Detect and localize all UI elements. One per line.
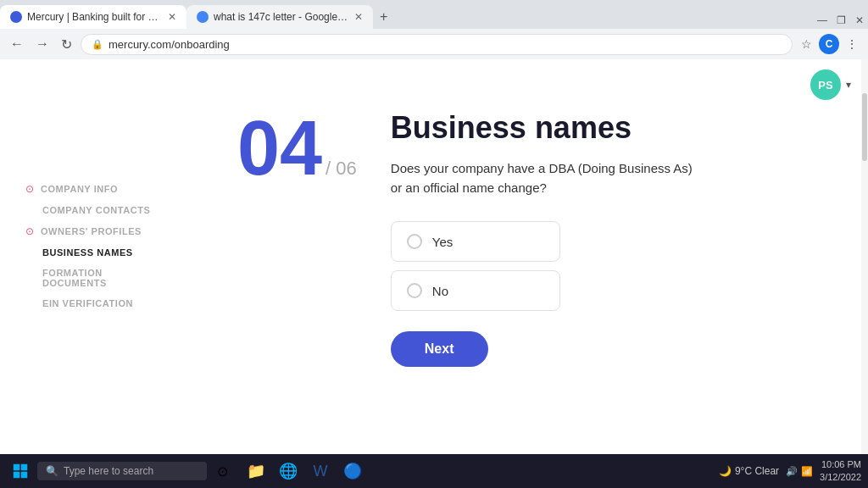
svg-rect-3 xyxy=(21,472,28,479)
address-bar[interactable]: 🔒 mercury.com/onboarding xyxy=(81,34,793,55)
warning-icon-owners: ⊙ xyxy=(25,225,34,237)
option-no[interactable]: No xyxy=(391,270,560,311)
step-section: 04 / 06 xyxy=(186,59,391,454)
sidebar-item-owners-profiles[interactable]: ⊙ OWNERS' PROFILES xyxy=(25,220,161,242)
sidebar-label-ein-verification: EIN VERIFICATION xyxy=(42,298,133,308)
google-tab-title: what is 147c letter - Google Sea... xyxy=(214,11,349,23)
mercury-tab-close[interactable]: ✕ xyxy=(168,11,176,23)
radio-circle-yes xyxy=(407,234,422,249)
sidebar-item-formation-documents[interactable]: FORMATION DOCUMENTS xyxy=(25,263,161,293)
step-number: 04 xyxy=(237,110,322,186)
sidebar-item-company-contacts[interactable]: COMPANY CONTACTS xyxy=(25,200,161,220)
bookmark-button[interactable]: ☆ xyxy=(798,36,815,53)
date-display: 3/12/2022 xyxy=(820,471,861,484)
svg-rect-1 xyxy=(21,464,28,471)
browser-chrome: Mercury | Banking built for start... ✕ w… xyxy=(0,0,868,59)
volume-icon[interactable]: 🔊 xyxy=(786,466,798,477)
sidebar-label-owners-profiles: OWNERS' PROFILES xyxy=(41,226,142,236)
taskbar: 🔍 Type here to search ⊙ 📁 🌐 W 🔵 🌙 9°C Cl… xyxy=(0,454,868,488)
option-yes[interactable]: Yes xyxy=(391,221,560,262)
form-description: Does your company have a DBA (Doing Busi… xyxy=(391,159,696,197)
tab-google[interactable]: what is 147c letter - Google Sea... ✕ xyxy=(186,5,373,29)
taskbar-apps: 📁 🌐 W 🔵 xyxy=(241,456,368,486)
new-tab-button[interactable]: + xyxy=(373,5,394,29)
sidebar: ⊙ COMPANY INFO COMPANY CONTACTS ⊙ OWNERS… xyxy=(0,59,186,454)
scrollbar-thumb xyxy=(862,93,867,161)
time-display: 10:06 PM xyxy=(820,458,861,471)
radio-label-no: No xyxy=(432,284,448,298)
close-button[interactable]: ✕ xyxy=(851,12,868,29)
search-text: Type here to search xyxy=(64,465,153,477)
next-button[interactable]: Next xyxy=(391,331,488,367)
warning-icon-company: ⊙ xyxy=(25,183,34,195)
sidebar-label-business-names: BUSINESS NAMES xyxy=(42,247,133,258)
step-number-container: 04 / 06 xyxy=(237,110,357,186)
sidebar-label-company-info: COMPANY INFO xyxy=(41,184,118,194)
mercury-favicon xyxy=(10,11,22,23)
svg-rect-0 xyxy=(14,464,20,471)
taskbar-app-chrome[interactable]: 🔵 xyxy=(337,456,368,486)
windows-icon xyxy=(13,463,28,479)
sidebar-item-ein-verification[interactable]: EIN VERIFICATION xyxy=(25,293,161,313)
tab-mercury[interactable]: Mercury | Banking built for start... ✕ xyxy=(0,5,186,29)
browser-actions: ☆ C ⋮ xyxy=(798,34,861,54)
svg-rect-2 xyxy=(14,472,20,479)
search-icon: 🔍 xyxy=(46,465,58,477)
lock-icon: 🔒 xyxy=(92,39,103,50)
address-bar-row: ← → ↻ 🔒 mercury.com/onboarding ☆ C ⋮ xyxy=(0,29,868,59)
sidebar-label-formation-documents: FORMATION DOCUMENTS xyxy=(42,268,161,288)
weather-icon: 🌙 xyxy=(719,465,732,477)
browser-user-avatar[interactable]: C xyxy=(819,34,839,54)
taskbar-right: 🌙 9°C Clear 🔊 📶 10:06 PM 3/12/2022 xyxy=(719,458,861,485)
taskbar-app-word[interactable]: W xyxy=(305,456,336,486)
menu-button[interactable]: ⋮ xyxy=(843,36,861,53)
reload-button[interactable]: ↻ xyxy=(58,35,75,54)
taskbar-app-edge[interactable]: 🌐 xyxy=(273,456,303,486)
tab-bar: Mercury | Banking built for start... ✕ w… xyxy=(0,0,868,29)
system-tray-icons: 🔊 📶 xyxy=(786,466,813,477)
sidebar-item-business-names[interactable]: BUSINESS NAMES xyxy=(25,242,161,263)
page-content: PS ▾ ⊙ COMPANY INFO COMPANY CONTACTS ⊙ O… xyxy=(0,59,868,454)
network-icon[interactable]: 📶 xyxy=(801,466,813,477)
taskbar-app-explorer[interactable]: 📁 xyxy=(241,456,271,486)
weather-text: 9°C Clear xyxy=(735,465,779,477)
forward-button[interactable]: → xyxy=(32,35,53,53)
radio-label-yes: Yes xyxy=(432,235,453,249)
minimize-button[interactable]: — xyxy=(814,12,831,29)
restore-button[interactable]: ❐ xyxy=(832,12,849,29)
sidebar-item-company-info[interactable]: ⊙ COMPANY INFO xyxy=(25,178,161,200)
window-controls: — ❐ ✕ xyxy=(814,12,868,29)
address-text: mercury.com/onboarding xyxy=(108,38,230,51)
form-section: Business names Does your company have a … xyxy=(391,59,868,454)
cortana-button[interactable]: ⊙ xyxy=(210,459,234,483)
weather-widget: 🌙 9°C Clear xyxy=(719,465,779,477)
form-title: Business names xyxy=(391,110,817,146)
radio-circle-no xyxy=(407,283,422,298)
mercury-tab-title: Mercury | Banking built for start... xyxy=(27,11,163,23)
content-area: ⊙ COMPANY INFO COMPANY CONTACTS ⊙ OWNERS… xyxy=(0,59,868,454)
start-button[interactable] xyxy=(7,458,34,485)
step-total: / 06 xyxy=(326,158,357,180)
sidebar-label-company-contacts: COMPANY CONTACTS xyxy=(42,205,150,215)
scrollbar[interactable] xyxy=(861,59,868,454)
back-button[interactable]: ← xyxy=(7,35,27,53)
datetime-display: 10:06 PM 3/12/2022 xyxy=(820,458,861,485)
google-favicon xyxy=(197,11,209,23)
google-tab-close[interactable]: ✕ xyxy=(354,11,363,23)
taskbar-search-bar[interactable]: 🔍 Type here to search xyxy=(37,462,207,480)
